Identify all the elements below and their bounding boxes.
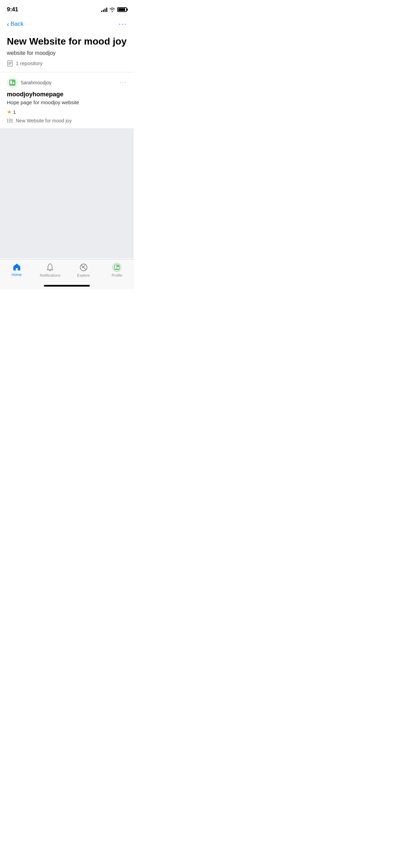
- svg-rect-7: [10, 81, 12, 81]
- back-label: Back: [11, 21, 24, 27]
- repo-count-row: 1 repository: [7, 60, 127, 72]
- project-title: New Website for mood joy: [7, 36, 127, 47]
- project-description: website for moodjoy: [7, 50, 127, 56]
- tab-profile[interactable]: Profile: [100, 263, 134, 277]
- tab-home-label: Home: [12, 273, 22, 277]
- repo-stats: ★ 1: [7, 109, 127, 115]
- profile-avatar: [112, 263, 121, 272]
- svg-rect-5: [10, 81, 12, 84]
- repo-project-label: New Website for mood joy: [16, 118, 72, 123]
- empty-content-area: [0, 128, 134, 258]
- back-button[interactable]: ‹ Back: [7, 21, 23, 27]
- signal-icon: [101, 7, 107, 12]
- status-icons: [101, 7, 127, 12]
- repository-icon: [7, 60, 13, 67]
- repo-name: moodjoyhomepage: [7, 91, 127, 98]
- repo-more-button[interactable]: ···: [120, 79, 127, 86]
- wifi-icon: [109, 8, 115, 12]
- back-chevron-icon: ‹: [7, 21, 9, 27]
- owner-name: Sarahmoodjoy: [21, 80, 51, 85]
- explore-icon: [79, 263, 88, 272]
- nav-bar: ‹ Back ···: [0, 16, 134, 32]
- list-icon: [7, 118, 13, 123]
- repo-card: Sarahmoodjoy ··· moodjoyhomepage Hope pa…: [7, 72, 127, 128]
- tab-home[interactable]: Home: [0, 263, 34, 277]
- repo-project-link: New Website for mood joy: [7, 118, 127, 123]
- status-time: 9:41: [7, 6, 18, 13]
- star-icon: ★: [7, 109, 12, 115]
- owner-avatar: [7, 77, 18, 88]
- battery-icon: [117, 7, 127, 12]
- svg-line-15: [82, 265, 86, 269]
- content-area: New Website for mood joy website for moo…: [0, 32, 134, 128]
- status-bar: 9:41: [0, 0, 134, 16]
- tab-explore[interactable]: Explore: [67, 263, 100, 277]
- home-indicator: [44, 285, 90, 287]
- svg-point-8: [7, 119, 8, 120]
- svg-rect-4: [9, 80, 15, 86]
- repo-owner: Sarahmoodjoy: [7, 77, 51, 88]
- svg-rect-20: [115, 265, 117, 266]
- notifications-icon: [46, 263, 54, 272]
- tab-explore-label: Explore: [77, 273, 90, 277]
- svg-rect-19: [117, 267, 119, 269]
- tab-notifications-label: Notifications: [40, 273, 60, 277]
- repo-header: Sarahmoodjoy ···: [7, 77, 127, 88]
- tab-profile-label: Profile: [112, 273, 122, 277]
- svg-point-10: [7, 120, 8, 121]
- svg-point-12: [7, 121, 8, 122]
- svg-rect-6: [13, 82, 14, 84]
- tab-notifications[interactable]: Notifications: [34, 263, 67, 277]
- repo-count-label: 1 repository: [16, 60, 42, 66]
- home-icon: [12, 263, 21, 271]
- svg-rect-18: [115, 266, 117, 269]
- more-button[interactable]: ···: [119, 20, 127, 28]
- star-count: 1: [13, 109, 16, 115]
- repo-description: Hope page for moodjoy website: [7, 99, 127, 105]
